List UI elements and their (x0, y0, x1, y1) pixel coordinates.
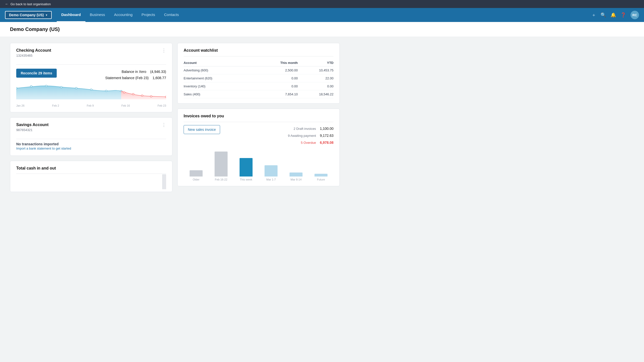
bar-group: This week (234, 151, 258, 181)
invoices-card: Invoices owed to you New sales invoice 2… (177, 109, 340, 186)
checking-chart (16, 83, 166, 103)
sparkline-dot (105, 90, 107, 92)
bar (214, 152, 228, 177)
watchlist-ytd: 10,453.75 (298, 66, 334, 74)
help-icon[interactable]: ❓ (620, 12, 626, 18)
awaiting-row: 9 Awaiting payment 9,172.63 (230, 132, 334, 139)
sparkline-dot (90, 89, 92, 90)
draft-invoices-row: 2 Draft invoices 1,100.00 (230, 125, 334, 132)
company-name: Demo Company (US) (9, 13, 44, 17)
nav-item-contacts[interactable]: Contacts (160, 8, 183, 22)
bar (264, 165, 278, 177)
left-column: Checking Account 132435465 ⋮ Reconcile 2… (10, 43, 172, 192)
nav-item-projects[interactable]: Projects (137, 8, 160, 22)
watchlist-ytd: 18,546.22 (298, 90, 334, 98)
chart-label-jan26: Jan 26 (16, 104, 24, 107)
nav-item-dashboard[interactable]: Dashboard (57, 8, 85, 22)
invoices-top-section: New sales invoice 2 Draft invoices 1,100… (184, 125, 334, 146)
watchlist-account: Sales (400) (184, 90, 254, 98)
bar (290, 173, 302, 177)
statement-balance-label: Statement balance (Feb 23) (105, 76, 149, 80)
bar-chart-wrap: OlderFeb 16-22This weekMar 1-7Mar 8-14Fu… (184, 151, 334, 181)
balance-xero-label: Balance in Xero (122, 70, 146, 74)
draft-amount: 1,100.00 (320, 127, 334, 131)
draft-label: 2 Draft invoices (294, 127, 316, 131)
bar-label: Older (193, 178, 200, 181)
bar (314, 174, 328, 177)
checking-balance-section: Reconcile 29 items Balance in Xero (4,94… (16, 69, 166, 81)
dropdown-chevron-icon: ▼ (45, 14, 48, 16)
watchlist-row: Inventory (140) 0.00 0.00 (184, 82, 334, 90)
watchlist-title: Account watchlist (184, 48, 334, 53)
total-cash-title: Total cash in and out (16, 166, 166, 171)
invoices-bar-chart: OlderFeb 16-22This weekMar 1-7Mar 8-14Fu… (184, 151, 334, 181)
watchlist-ytd: 22.00 (298, 74, 334, 82)
checking-chart-labels: Jan 26 Feb 2 Feb 9 Feb 16 Feb 23 (16, 104, 166, 107)
sparkline-dot (60, 86, 62, 88)
bar (190, 170, 202, 177)
sparkline-svg (16, 83, 166, 103)
bar-label: Feb 16-22 (215, 178, 227, 181)
sparkline-blue-area (16, 86, 121, 99)
bar (240, 158, 252, 177)
watchlist-account: Entertainment (620) (184, 74, 254, 82)
main-nav: Demo Company (US) ▼ Dashboard Business A… (0, 8, 644, 22)
topbar-label[interactable]: Go back to last organisation (10, 2, 51, 6)
checking-header-row: Checking Account 132435465 ⋮ (16, 48, 166, 61)
reconcile-button[interactable]: Reconcile 29 items (16, 69, 57, 78)
watchlist-this-month: 0.00 (254, 82, 298, 90)
savings-title: Savings Account (16, 123, 48, 127)
watchlist-row: Entertainment (620) 0.00 22.00 (184, 74, 334, 82)
statement-balance-row: Statement balance (Feb 23) 1,608.77 (102, 75, 166, 81)
balance-xero-value: (4,946.33) (150, 70, 166, 74)
bar-group: Future (308, 151, 334, 181)
sparkline-dot (16, 87, 17, 89)
checking-menu-icon[interactable]: ⋮ (162, 48, 166, 53)
import-link[interactable]: Import a bank statement to get started (16, 147, 71, 150)
watchlist-account: Advertising (600) (184, 66, 254, 74)
watchlist-this-month: 0.00 (254, 74, 298, 82)
watchlist-col-ytd: YTD (298, 59, 334, 66)
watchlist-card: Account watchlist Account This month YTD… (177, 43, 340, 104)
awaiting-amount: 9,172.63 (320, 134, 334, 138)
watchlist-col-account: Account (184, 59, 254, 66)
watchlist-row: Advertising (600) 2,500.00 10,453.75 (184, 66, 334, 74)
chart-label-feb2: Feb 2 (52, 104, 59, 107)
savings-account-card: Savings Account 987654321 ⋮ No transacti… (10, 117, 172, 156)
bar-group: Mar 8-14 (284, 151, 308, 181)
statement-balance-value: 1,608.77 (153, 76, 166, 80)
avatar[interactable]: RC (630, 11, 639, 19)
balance-xero-row: Balance in Xero (4,946.33) (102, 69, 166, 75)
nav-item-business[interactable]: Business (86, 8, 110, 22)
awaiting-label: 9 Awaiting payment (288, 134, 316, 138)
checking-title-group: Checking Account 132435465 (16, 48, 51, 61)
main-content: Checking Account 132435465 ⋮ Reconcile 2… (0, 37, 350, 198)
sparkline-dot (30, 86, 32, 87)
bar-group: Older (184, 151, 208, 181)
watchlist-this-month: 7,654.10 (254, 90, 298, 98)
right-column: Account watchlist Account This month YTD… (177, 43, 340, 192)
search-icon[interactable]: 🔍 (600, 12, 606, 18)
notifications-icon[interactable]: 🔔 (610, 12, 616, 18)
no-transactions-text: No transactions imported Import a bank s… (16, 142, 166, 151)
savings-menu-icon[interactable]: ⋮ (162, 123, 166, 127)
watchlist-table: Account This month YTD Advertising (600)… (184, 59, 334, 98)
checking-title: Checking Account (16, 48, 51, 53)
chart-label-feb23: Feb 23 (158, 104, 166, 107)
bar-label: Mar 8-14 (290, 178, 302, 181)
total-cash-chart-placeholder (16, 177, 166, 187)
invoices-title: Invoices owed to you (184, 114, 334, 118)
watchlist-row: Sales (400) 7,654.10 18,546.22 (184, 90, 334, 98)
chart-label-feb9: Feb 9 (87, 104, 94, 107)
savings-header-row: Savings Account 987654321 ⋮ (16, 123, 166, 136)
sparkline-dot (123, 92, 125, 93)
balance-info: Balance in Xero (4,946.33) Statement bal… (102, 69, 166, 81)
overdue-row: 5 Overdue 6,978.08 (230, 139, 334, 146)
bar-label: This week (240, 178, 252, 181)
add-icon[interactable]: ＋ (592, 12, 596, 18)
nav-item-accounting[interactable]: Accounting (110, 8, 137, 22)
company-selector[interactable]: Demo Company (US) ▼ (5, 11, 52, 19)
new-invoice-button[interactable]: New sales invoice (184, 125, 220, 134)
sparkline-dot (150, 96, 152, 97)
sparkline-dot (132, 93, 134, 95)
